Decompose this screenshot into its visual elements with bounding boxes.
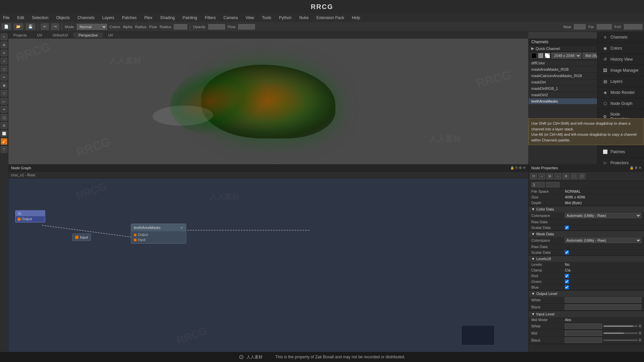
sidebar-btn7[interactable]: ◉ bbox=[1, 82, 7, 88]
menu-edit[interactable]: Edit bbox=[16, 15, 25, 21]
ng-refresh-icon[interactable]: ↻ bbox=[515, 166, 518, 170]
mask-scalar-checkbox[interactable] bbox=[565, 250, 569, 254]
far-input[interactable]: 1000 bbox=[597, 24, 612, 29]
ng-canvas[interactable]: + Output Input teethAreaMasks + bbox=[8, 178, 528, 352]
menu-objects[interactable]: Objects bbox=[55, 15, 71, 21]
near-input[interactable]: 0.1 bbox=[574, 24, 586, 29]
teeth-node[interactable]: teethAreaMasks + Output Input bbox=[131, 224, 186, 244]
rp-layers[interactable]: ▤ Layers bbox=[597, 76, 644, 87]
sidebar-btn5[interactable]: ◻ bbox=[1, 66, 7, 72]
levels-header[interactable]: ▼ Levels18 bbox=[529, 256, 644, 262]
sidebar-btn10[interactable]: ✦ bbox=[1, 106, 7, 113]
np-num2[interactable] bbox=[546, 182, 559, 187]
fov-input[interactable]: 34.000 bbox=[624, 24, 642, 29]
ng-settings-icon[interactable]: ⚙ bbox=[519, 166, 522, 170]
sidebar-btn8[interactable]: ⬡ bbox=[1, 90, 7, 97]
mid-input[interactable]: 0.599 bbox=[565, 330, 602, 336]
mask-data-header[interactable]: ▼ Mask Data bbox=[529, 231, 644, 237]
teeth-node-add-icon[interactable]: + bbox=[180, 225, 183, 230]
rp-colors[interactable]: ◉ Colors bbox=[597, 43, 644, 54]
menu-channels[interactable]: Channels bbox=[76, 15, 96, 21]
menu-tools[interactable]: Tools bbox=[261, 15, 273, 21]
ng-lock-icon[interactable]: 🔒 bbox=[510, 166, 514, 170]
np-btn3[interactable]: ⊞ bbox=[546, 173, 553, 179]
green-checkbox[interactable] bbox=[565, 280, 569, 284]
menu-file[interactable]: File bbox=[2, 15, 11, 21]
np-btn6[interactable]: ⬚ bbox=[571, 173, 577, 179]
radius-input[interactable]: 76 bbox=[174, 24, 187, 29]
white-input[interactable]: 1.00 bbox=[565, 297, 641, 303]
menu-filters[interactable]: Filters bbox=[204, 15, 217, 21]
sidebar-btn12[interactable]: ⊞ bbox=[1, 122, 7, 129]
sidebar-btn15[interactable]: T bbox=[1, 146, 7, 153]
input-node[interactable]: Input bbox=[72, 234, 91, 241]
toolbar-new-btn[interactable]: 📄 bbox=[2, 23, 11, 30]
toolbar-undo-btn[interactable]: ↩ bbox=[41, 23, 49, 30]
menu-nuke[interactable]: Nuke bbox=[298, 15, 310, 21]
menu-ptex[interactable]: Ptex bbox=[143, 15, 154, 21]
black2-input[interactable]: 0.000 bbox=[565, 338, 602, 343]
tab-projects[interactable]: Projects bbox=[8, 33, 32, 38]
np-settings-icon[interactable]: ⚙ bbox=[635, 166, 638, 170]
swatch-checker[interactable] bbox=[545, 53, 550, 58]
color-data-header[interactable]: ▼ Color Data bbox=[529, 206, 644, 212]
menu-shading[interactable]: Shading bbox=[159, 15, 176, 21]
rp-node-graph[interactable]: ⬡ Node Graph bbox=[597, 98, 644, 109]
white2-input[interactable]: 0.86 4 bbox=[565, 323, 602, 329]
flow-input[interactable]: 0.160 bbox=[238, 24, 255, 29]
sidebar-move-btn[interactable]: ✥ bbox=[1, 42, 7, 48]
mask-colorspace-select[interactable]: Automatic (Utility - Raw) bbox=[565, 238, 641, 243]
scalar-data-checkbox[interactable] bbox=[565, 226, 569, 230]
blue-checkbox[interactable] bbox=[565, 285, 569, 289]
np-lock-icon[interactable]: 🔒 bbox=[630, 166, 634, 170]
sidebar-scale-btn[interactable]: ⤢ bbox=[1, 58, 7, 64]
colorspace-select[interactable]: Automatic (Utility - Raw) bbox=[565, 213, 641, 218]
rp-image-manager[interactable]: 🖼 Image Manager bbox=[597, 65, 644, 76]
output-level-header[interactable]: ▼ Output Level bbox=[529, 291, 644, 297]
np-btn4[interactable]: → bbox=[554, 173, 561, 179]
sidebar-rotate-btn[interactable]: ↻ bbox=[1, 50, 7, 56]
tab-uv2[interactable]: UV bbox=[103, 33, 118, 38]
rp-modo-render[interactable]: ◈ Modo Render bbox=[597, 87, 644, 98]
menu-camera[interactable]: Camera bbox=[222, 15, 239, 21]
input-level-header[interactable]: ▼ Input Level bbox=[529, 311, 644, 317]
toolbar-save-btn[interactable]: 💾 bbox=[26, 23, 35, 30]
red-checkbox[interactable] bbox=[565, 274, 569, 278]
menu-python[interactable]: Python bbox=[278, 15, 293, 21]
menu-layers[interactable]: Layers bbox=[101, 15, 116, 21]
mid-slider[interactable] bbox=[603, 333, 637, 334]
sidebar-btn13[interactable]: ⬜ bbox=[1, 130, 7, 137]
opacity-input[interactable]: 1.000 bbox=[208, 24, 225, 29]
mode-select[interactable]: Normal bbox=[77, 24, 107, 30]
channel-size-select[interactable]: 2048 x 2048 bbox=[551, 53, 581, 59]
tab-uv1[interactable]: UV bbox=[32, 33, 48, 38]
output-node[interactable]: + Output bbox=[15, 210, 45, 223]
menu-patches[interactable]: Patches bbox=[121, 15, 138, 21]
menu-painting[interactable]: Painting bbox=[181, 15, 198, 21]
rp-channels[interactable]: ≡ Channels bbox=[597, 32, 644, 43]
menu-extension-pack[interactable]: Extension Pack bbox=[315, 15, 345, 21]
np-num1[interactable] bbox=[531, 182, 545, 187]
menu-view[interactable]: View bbox=[244, 15, 256, 21]
toolbar-redo-btn[interactable]: ↪ bbox=[51, 23, 59, 30]
tab-ortho-uv[interactable]: Ortho/UV bbox=[48, 33, 73, 38]
swatch-gray[interactable] bbox=[538, 53, 543, 58]
tab-perspective[interactable]: Perspective bbox=[73, 33, 103, 38]
swatch-black[interactable] bbox=[531, 53, 537, 58]
np-btn5[interactable]: ⚙ bbox=[562, 173, 569, 179]
sidebar-select-btn[interactable]: ↖ bbox=[1, 34, 7, 40]
np-btn1[interactable]: ⟳ bbox=[530, 173, 537, 179]
menu-help[interactable]: Help bbox=[351, 15, 362, 21]
np-close-icon[interactable]: ✕ bbox=[639, 166, 641, 170]
rp-history[interactable]: ↺ History View bbox=[597, 54, 644, 65]
black2-slider[interactable] bbox=[603, 340, 637, 341]
ng-close-icon[interactable]: ✕ bbox=[523, 166, 526, 170]
rp-patches[interactable]: ⬜ Patches bbox=[597, 146, 644, 158]
white2-slider[interactable] bbox=[603, 325, 637, 327]
toolbar-open-btn[interactable]: 📂 bbox=[14, 23, 23, 30]
black-input[interactable]: 0.00 bbox=[565, 304, 641, 310]
sidebar-btn11[interactable]: ◫ bbox=[1, 114, 7, 121]
sidebar-btn9[interactable]: ▷ bbox=[1, 98, 7, 105]
menu-selection[interactable]: Selection bbox=[31, 15, 50, 21]
np-btn2[interactable]: ↔ bbox=[538, 173, 545, 179]
